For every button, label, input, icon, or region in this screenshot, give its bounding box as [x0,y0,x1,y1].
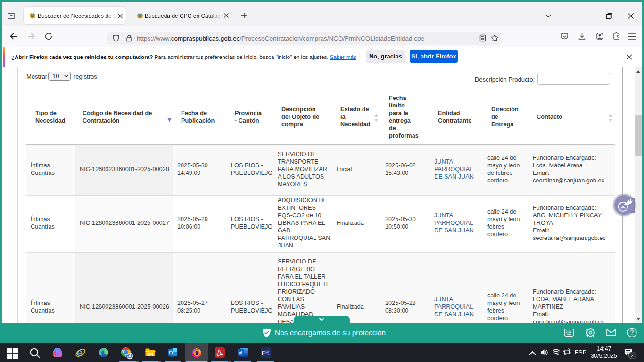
svg-text:F: F [262,349,265,356]
